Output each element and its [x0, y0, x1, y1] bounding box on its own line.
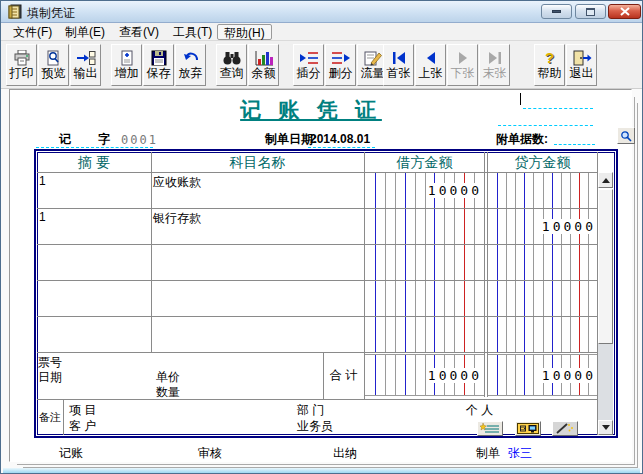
voucher-type-underline	[36, 147, 94, 148]
row-account-cell[interactable]: 应收账款	[153, 174, 201, 191]
discard-button[interactable]: 放弃	[175, 44, 206, 86]
printer-icon	[12, 50, 32, 66]
maximize-button[interactable]	[575, 4, 606, 19]
preparer-label: 制单	[476, 445, 500, 462]
save-icon	[149, 50, 169, 66]
wand-button[interactable]	[552, 421, 578, 436]
total-label: 合 计	[323, 352, 364, 399]
first-page-icon	[389, 50, 409, 66]
app-window: 填制凭证 文件(F) 制单(E) 查看(V) 工具(T) 帮助(H) 打印	[0, 0, 643, 474]
dashed-input-line[interactable]	[523, 108, 593, 109]
grid-line	[37, 399, 597, 400]
customer-label: 客 户	[69, 418, 96, 435]
delete-split-button[interactable]: 删分	[325, 44, 356, 86]
row-credit-cell[interactable]: 10000	[488, 208, 595, 244]
menu-bar: 文件(F) 制单(E) 查看(V) 工具(T) 帮助(H)	[1, 23, 642, 41]
date-value[interactable]: 2014.08.01	[310, 132, 370, 146]
next-voucher-button: 下张	[447, 44, 478, 86]
arrow-down-icon	[602, 425, 610, 430]
window-title: 填制凭证	[27, 5, 75, 22]
credit-ledger-column	[488, 173, 597, 352]
minimize-icon	[552, 10, 561, 13]
cashier-label: 出纳	[333, 445, 357, 462]
paper-stack-line	[17, 464, 634, 465]
preview-button[interactable]: 预览	[38, 44, 69, 86]
scrollbar-track[interactable]	[598, 344, 613, 420]
date-underline	[308, 147, 375, 148]
bookkeeper-label: 记账	[59, 445, 83, 462]
bottom-date-label: 日期	[38, 369, 62, 386]
bar-chart-icon	[254, 50, 274, 66]
voucher-title: 记 账 凭 证	[141, 96, 481, 124]
grid-line	[37, 280, 597, 281]
menu-help[interactable]: 帮助(H)	[217, 24, 272, 40]
header-account: 科目名称	[151, 153, 364, 172]
remark-label: 备注	[37, 399, 63, 435]
row-summary-cell[interactable]: 1	[39, 210, 46, 224]
voucher-number[interactable]: 0001	[121, 133, 158, 147]
header-summary: 摘 要	[37, 153, 151, 172]
magic-wand-icon	[555, 423, 575, 434]
grid-line	[63, 399, 64, 435]
minimize-button[interactable]	[541, 4, 572, 19]
arrow-up-icon	[602, 178, 610, 183]
dashed-input-line[interactable]	[498, 125, 593, 126]
signature-icon	[480, 423, 500, 434]
scrollbar-thumb[interactable]	[598, 189, 613, 344]
menu-make[interactable]: 制单(E)	[59, 24, 111, 40]
attach-count-input[interactable]	[554, 144, 595, 145]
print-button[interactable]: 打印	[6, 44, 37, 86]
voucher-type-label: 记	[59, 132, 71, 146]
toolbar: 打印 预览 输出	[1, 41, 642, 89]
undo-icon	[181, 50, 201, 66]
close-button[interactable]	[608, 4, 641, 19]
magnifier-icon	[620, 130, 632, 142]
help-button[interactable]: ? 帮助	[534, 44, 565, 86]
add-button[interactable]: 增加	[111, 44, 142, 86]
row-account-cell[interactable]: 银行存款	[153, 210, 201, 227]
menu-tools[interactable]: 工具(T)	[167, 24, 218, 40]
department-label: 部 门	[297, 402, 324, 419]
total-credit-cell: 10000	[488, 353, 595, 397]
query-button[interactable]: 查询	[216, 44, 247, 86]
delete-row-icon	[331, 50, 351, 66]
paper-stack-line	[634, 97, 635, 465]
person-label: 个 人	[466, 402, 493, 419]
scroll-down-button[interactable]	[598, 420, 613, 435]
total-debit-cell: 10000	[365, 353, 481, 397]
doc-link-button[interactable]	[515, 421, 541, 436]
grid-line	[37, 244, 597, 245]
attach-lookup-button[interactable]	[617, 127, 635, 144]
insert-row-icon	[299, 50, 319, 66]
close-icon	[620, 7, 630, 16]
preparer-name: 张三	[508, 445, 532, 462]
menu-view[interactable]: 查看(V)	[113, 24, 165, 40]
save-button[interactable]: 保存	[143, 44, 174, 86]
voucher-number-underline	[96, 147, 153, 148]
exit-button[interactable]: 退出	[566, 44, 597, 86]
maximize-icon	[586, 8, 595, 16]
header-debit: 借方金额	[365, 153, 484, 172]
add-doc-icon	[117, 50, 137, 66]
grid-line	[37, 316, 597, 317]
prev-voucher-button[interactable]: 上张	[415, 44, 446, 86]
row-debit-cell[interactable]: 10000	[365, 172, 481, 208]
balance-button[interactable]: 余额	[248, 44, 279, 86]
last-voucher-button: 末张	[479, 44, 510, 86]
grid-line	[37, 172, 597, 173]
paper-stack-line	[637, 103, 638, 468]
binoculars-icon	[222, 50, 242, 66]
scroll-up-button[interactable]	[598, 172, 613, 188]
insert-split-button[interactable]: 插分	[293, 44, 324, 86]
export-button[interactable]: 输出	[70, 44, 101, 86]
title-bar: 填制凭证	[1, 1, 642, 23]
menu-file[interactable]: 文件(F)	[7, 24, 58, 40]
attach-count-label: 附单据数:	[496, 132, 548, 146]
signature-button[interactable]	[477, 421, 503, 436]
first-voucher-button[interactable]: 首张	[383, 44, 414, 86]
row-summary-cell[interactable]: 1	[39, 174, 46, 188]
header-credit: 贷方金额	[488, 153, 597, 172]
doc-link-icon	[517, 423, 539, 434]
voucher-word-label: 字	[98, 132, 110, 146]
help-icon: ?	[540, 50, 560, 66]
